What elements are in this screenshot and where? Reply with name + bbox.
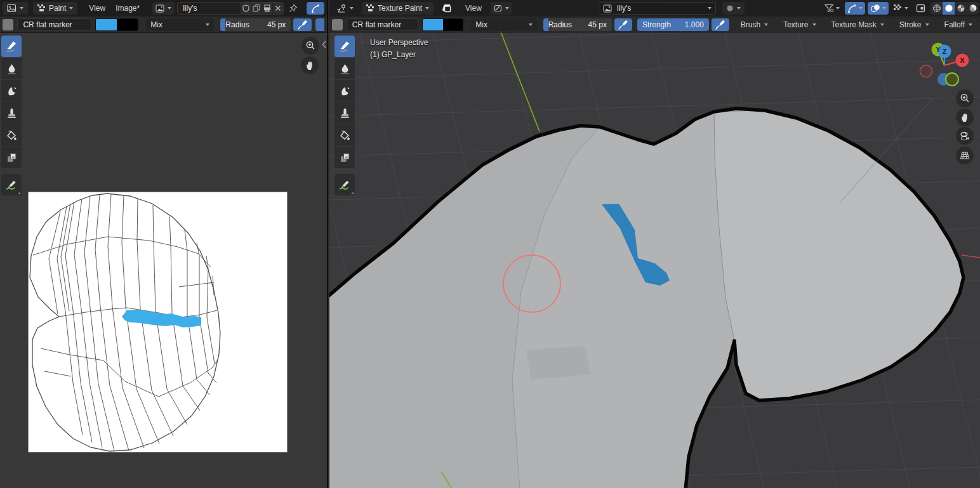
orientation-gizmo[interactable]: Y Z X [918,39,971,90]
zoom-in-button[interactable] [301,37,319,55]
shading-mode-group [930,2,979,15]
brush-name-field[interactable]: CR flat marker [347,18,418,31]
primary-color-swatch[interactable] [96,19,117,30]
viewport-menu-view[interactable]: View [460,4,487,13]
tool-annotate-button[interactable] [1,174,22,195]
camera-view-button[interactable] [956,127,974,145]
texture-slot-group: lily's [599,2,745,15]
gizmo-neg-x-ball[interactable] [920,65,932,77]
blend-mode-dropdown[interactable]: Mix [471,18,536,31]
tool-clone-button[interactable] [334,102,355,124]
zoom-in-button[interactable] [956,89,974,107]
tool-fill-button[interactable] [334,124,355,146]
blend-mode-dropdown[interactable]: Mix [146,18,214,31]
radius-slider[interactable]: Radius 45 px [220,18,291,31]
gizmos-toggle[interactable] [307,2,324,15]
strength-slider[interactable]: Strength 1.000 [637,18,709,31]
shading-wireframe-button[interactable] [930,2,943,15]
annotate-pencil-icon [6,179,17,190]
falloff-shape-dropdown[interactable] [722,2,745,15]
image-editor-icon [7,4,17,13]
viewport-scene[interactable] [329,0,980,488]
tool-mask-button[interactable] [1,147,22,168]
radius-pressure-button[interactable] [614,18,632,31]
viewport-overlay-text: User Perspective (1) GP_Layer [370,37,428,61]
editor-type-3d-button[interactable] [332,2,358,15]
tool-soften-button[interactable] [334,58,355,79]
image-mode-dropdown[interactable]: Paint [33,2,77,15]
shading-rendered-button[interactable] [967,2,979,15]
chevron-down-icon [737,7,741,10]
object-icon-button[interactable] [439,2,455,15]
unlink-icon[interactable] [272,2,283,15]
tool-fill-button[interactable] [1,124,22,146]
orientation-dropdown[interactable] [491,2,512,15]
viewport-mode-dropdown[interactable]: Texture Paint [362,2,434,15]
primary-color-swatch[interactable] [423,19,443,30]
brush-popover-label: Brush [741,20,760,29]
image-browse-dropdown[interactable] [152,2,175,15]
brush-thumbnail-swatch[interactable] [3,19,13,30]
pan-hand-button[interactable] [956,109,974,126]
tool-soften-button[interactable] [1,58,22,79]
falloff-popover[interactable]: Falloff [939,18,977,31]
selectability-filter-dropdown[interactable] [822,2,842,15]
annotate-pencil-icon [339,179,350,190]
tool-smear-button[interactable] [334,80,355,102]
strength-slider-clipped[interactable] [315,18,324,31]
sidebar-collapse-arrow[interactable] [322,41,326,48]
texture-mask-popover[interactable]: Texture Mask [826,18,889,31]
fake-user-shield-icon[interactable] [240,2,251,15]
tool-draw-button[interactable] [1,36,22,57]
brush-name-field[interactable]: CR flat marker [17,18,91,31]
shading-solid-button[interactable] [943,2,955,15]
image-paint-toolbar [1,36,22,195]
tool-mask-button[interactable] [334,147,355,168]
editor-type-image-button[interactable] [3,2,28,15]
chevron-down-icon [425,7,429,10]
menu-image[interactable]: Image* [110,4,145,13]
tool-annotate-button[interactable] [334,174,355,195]
stroke-popover[interactable]: Stroke [894,18,934,31]
shading-material-button[interactable] [955,2,967,15]
paint-bucket-icon [6,130,17,141]
texture-popover[interactable]: Texture [778,18,821,31]
chevron-down-icon [812,23,816,26]
tool-draw-button[interactable] [334,36,355,57]
secondary-color-swatch[interactable] [443,19,463,30]
radius-pressure-button[interactable] [293,18,312,31]
chevron-down-icon [925,23,929,26]
viewport-header: Texture Paint View lily's [329,0,980,16]
pack-icon[interactable] [262,2,272,15]
chevron-down-icon [880,23,884,26]
perspective-ortho-button[interactable] [956,147,974,164]
xray-toggle[interactable] [913,2,928,15]
gizmo-neg-y-ball[interactable] [946,73,958,86]
duplicate-icon[interactable] [251,2,262,15]
texture-name-field[interactable]: lily's [612,4,708,13]
menu-view[interactable]: View [84,4,110,13]
strength-pressure-button[interactable] [712,18,729,31]
overlays-toggle[interactable] [868,2,889,15]
image-name-field[interactable]: lily's [178,4,240,13]
secondary-color-swatch[interactable] [117,19,138,30]
gizmos-toggle[interactable] [845,2,865,15]
radius-label: Radius [548,20,572,29]
tool-clone-button[interactable] [1,102,22,124]
tool-smear-button[interactable] [1,80,22,102]
brush-thumbnail-swatch[interactable] [332,19,343,30]
radius-slider[interactable]: Radius 45 px [543,18,612,31]
chevron-down-icon [708,7,712,10]
image-mode-label: Paint [49,4,66,13]
pin-icon[interactable] [289,4,298,13]
image-editor-header: Paint View Image* lily's [0,0,327,16]
strength-label: Strength [642,20,671,29]
brush-popover[interactable]: Brush [736,18,773,31]
pan-hand-button[interactable] [301,56,319,74]
paint-bucket-icon [340,130,350,141]
texture-paint-mask-dropdown[interactable] [891,2,911,15]
image-editor-area: Paint View Image* lily's [0,0,328,488]
blender-window: Paint View Image* lily's [0,0,980,488]
uv-image-canvas[interactable] [29,192,287,452]
droplet-icon [340,63,350,74]
